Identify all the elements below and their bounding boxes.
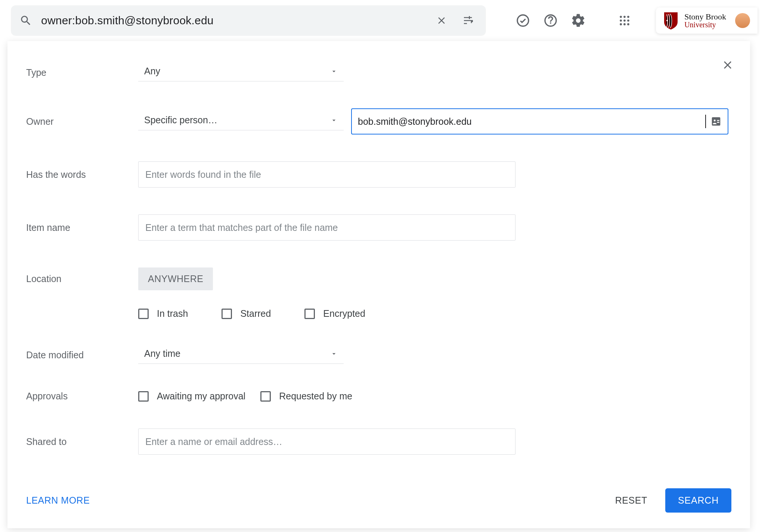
svg-point-3 xyxy=(623,16,626,18)
help-icon[interactable] xyxy=(542,12,560,30)
svg-point-5 xyxy=(620,19,622,22)
org-name-line2: University xyxy=(684,21,726,28)
svg-point-4 xyxy=(627,16,629,18)
offline-ready-icon[interactable] xyxy=(514,12,532,30)
chevron-down-icon xyxy=(330,68,338,75)
type-value: Any xyxy=(144,66,160,77)
settings-icon[interactable] xyxy=(569,12,587,30)
owner-label: Owner xyxy=(26,116,138,127)
encrypted-checkbox[interactable]: Encrypted xyxy=(304,308,365,319)
requested-by-me-checkbox[interactable]: Requested by me xyxy=(260,391,352,402)
date-label: Date modified xyxy=(26,350,138,361)
type-select[interactable]: Any xyxy=(138,64,344,81)
svg-point-9 xyxy=(623,23,626,25)
search-query[interactable]: owner:bob.smith@stonybrook.edu xyxy=(41,14,424,27)
top-bar: owner:bob.smith@stonybrook.edu Stony Bro… xyxy=(0,0,765,41)
chevron-down-icon xyxy=(330,350,338,358)
shared-label: Shared to xyxy=(26,436,138,447)
svg-point-7 xyxy=(627,19,629,22)
itemname-label: Item name xyxy=(26,222,138,233)
learn-more-link[interactable]: LEARN MORE xyxy=(26,495,90,506)
svg-point-6 xyxy=(623,19,626,22)
date-select[interactable]: Any time xyxy=(138,346,344,364)
words-label: Has the words xyxy=(26,169,138,180)
org-logo-chip[interactable]: Stony Brook University xyxy=(656,7,758,34)
starred-checkbox[interactable]: Starred xyxy=(222,308,271,319)
reset-button[interactable]: RESET xyxy=(608,489,654,512)
search-options-icon[interactable] xyxy=(459,12,477,30)
search-button[interactable]: SEARCH xyxy=(665,488,731,513)
org-name-line1: Stony Brook xyxy=(684,13,726,21)
owner-email-value: bob.smith@stonybrook.edu xyxy=(358,116,701,127)
svg-point-2 xyxy=(620,16,622,18)
avatar[interactable] xyxy=(735,13,750,28)
org-shield-icon xyxy=(663,12,678,30)
words-input[interactable]: Enter words found in the file xyxy=(138,161,515,188)
search-bar[interactable]: owner:bob.smith@stonybrook.edu xyxy=(11,6,486,35)
advanced-search-panel: Type Any Owner Specific person… bob.smit… xyxy=(7,41,750,528)
awaiting-approval-checkbox[interactable]: Awaiting my approval xyxy=(138,391,245,402)
svg-point-8 xyxy=(620,23,622,25)
chevron-down-icon xyxy=(330,117,338,124)
owner-select[interactable]: Specific person… xyxy=(138,112,344,130)
svg-point-10 xyxy=(627,23,629,25)
svg-point-11 xyxy=(666,20,668,21)
itemname-input[interactable]: Enter a term that matches part of the fi… xyxy=(138,214,515,241)
location-chip[interactable]: ANYWHERE xyxy=(138,267,213,290)
type-label: Type xyxy=(26,67,138,78)
owner-email-input[interactable]: bob.smith@stonybrook.edu xyxy=(351,108,728,134)
svg-point-0 xyxy=(517,15,529,26)
date-value: Any time xyxy=(144,348,180,359)
contacts-picker-icon[interactable] xyxy=(710,116,722,127)
location-label: Location xyxy=(26,273,138,284)
search-icon xyxy=(19,14,32,27)
owner-value: Specific person… xyxy=(144,115,217,126)
header-actions xyxy=(514,12,587,30)
clear-search-icon[interactable] xyxy=(433,12,450,30)
in-trash-checkbox[interactable]: In trash xyxy=(138,308,188,319)
apps-grid-icon[interactable] xyxy=(616,12,634,30)
approvals-label: Approvals xyxy=(26,391,138,402)
close-panel-icon[interactable] xyxy=(719,56,737,74)
shared-input[interactable]: Enter a name or email address… xyxy=(138,429,515,455)
text-cursor xyxy=(705,115,706,128)
